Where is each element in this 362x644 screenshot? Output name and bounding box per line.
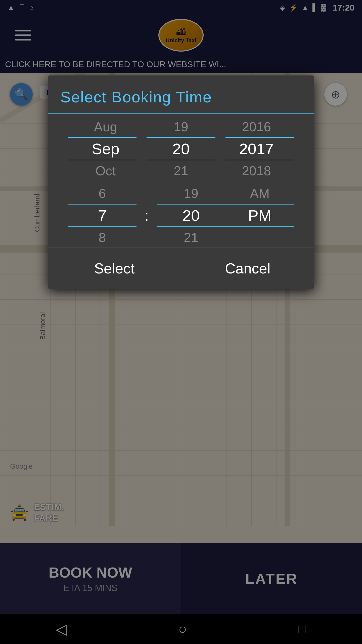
minute-above-text: 19 [184, 186, 198, 201]
date-picker-section: Aug 19 2016 [48, 117, 314, 186]
month-above-text: Aug [94, 119, 117, 134]
colon-below: : [145, 230, 148, 245]
year-below: 2018 [219, 163, 294, 178]
time-picker-row-below: 8 : 21 [48, 230, 314, 245]
modal-title: Select Booking Time [60, 88, 302, 106]
hour-above-col: 6 [68, 186, 137, 201]
day-selected[interactable]: 20 [143, 140, 219, 158]
period-above-text: AM [250, 186, 269, 201]
modal-header: Select Booking Time [48, 75, 314, 114]
cancel-button[interactable]: Cancel [181, 248, 314, 289]
time-divider-bottom [48, 226, 314, 227]
minute-below-col: 21 [157, 230, 225, 245]
modal-footer: Select Cancel [48, 248, 314, 289]
year-below-text: 2018 [242, 164, 271, 178]
month-selected[interactable]: Sep [68, 140, 143, 158]
time-colon: : [145, 207, 149, 224]
colon-col: : [137, 207, 157, 224]
day-below-text: 21 [174, 164, 188, 178]
year-divider-bottom [225, 160, 294, 160]
minute-above-col: 19 [157, 186, 225, 201]
colon-divider-space-b [137, 226, 157, 227]
period-selected-text: PM [248, 207, 272, 224]
period-selected-col[interactable]: PM [225, 207, 294, 224]
minute-selected-text: 20 [183, 207, 200, 224]
time-divider-top [48, 204, 314, 205]
minute-below-text: 21 [184, 230, 198, 245]
hour-below-col: 8 [68, 230, 137, 245]
minute-divider-bottom [157, 226, 225, 227]
hour-below-text: 8 [99, 230, 106, 245]
date-divider-top [48, 137, 314, 138]
year-divider-top [225, 137, 294, 138]
month-divider-bottom [68, 160, 137, 160]
period-divider-top [225, 204, 294, 205]
date-picker-row-above: Aug 19 2016 [48, 119, 314, 134]
day-divider-bottom [147, 160, 215, 160]
hour-divider-bottom [68, 226, 137, 227]
hour-selected-text: 7 [98, 207, 106, 224]
time-picker-row-above: 6 : 19 AM [48, 186, 314, 201]
colon-divider-space [137, 204, 157, 205]
time-picker-section: 6 : 19 AM [48, 186, 314, 248]
day-above-text: 19 [174, 119, 188, 134]
hour-selected-col[interactable]: 7 [68, 207, 137, 224]
day-above: 19 [143, 119, 219, 134]
hour-divider-top [68, 204, 137, 205]
period-divider-bottom [225, 226, 294, 227]
colon-above: : [145, 186, 148, 201]
hour-above-text: 6 [99, 186, 106, 201]
colon-spacer-above: : [137, 186, 157, 201]
month-below-text: Oct [96, 164, 116, 178]
day-divider-top [147, 137, 215, 138]
minute-divider-top [157, 204, 225, 205]
time-picker-selected-row: 7 : 20 PM [48, 205, 314, 226]
year-selected[interactable]: 2017 [219, 140, 294, 158]
select-button[interactable]: Select [48, 248, 181, 289]
day-selected-text: 20 [172, 140, 190, 157]
date-picker-row-below: Oct 21 2018 [48, 163, 314, 178]
month-above: Aug [68, 119, 143, 134]
period-above-col: AM [225, 186, 294, 201]
modal-body: Aug 19 2016 [48, 114, 314, 248]
modal-dialog: Select Booking Time Aug 19 2016 [48, 75, 314, 289]
app-container: ▲ ⌒ ⌂ ◈ ⚡ ▲ ▌ ▓ 17:20 🏙 Unicity Taxi CLI… [0, 0, 362, 644]
minute-selected-col[interactable]: 20 [157, 207, 225, 224]
month-divider-top [68, 137, 137, 138]
date-divider-bottom [48, 160, 314, 160]
day-below: 21 [143, 163, 219, 178]
month-below: Oct [68, 163, 143, 178]
month-selected-text: Sep [92, 140, 119, 157]
year-above: 2016 [219, 119, 294, 134]
year-above-text: 2016 [242, 119, 271, 134]
date-picker-selected-row: Sep 20 2017 [48, 138, 314, 160]
colon-spacer-below: : [137, 230, 157, 245]
year-selected-text: 2017 [239, 140, 274, 157]
